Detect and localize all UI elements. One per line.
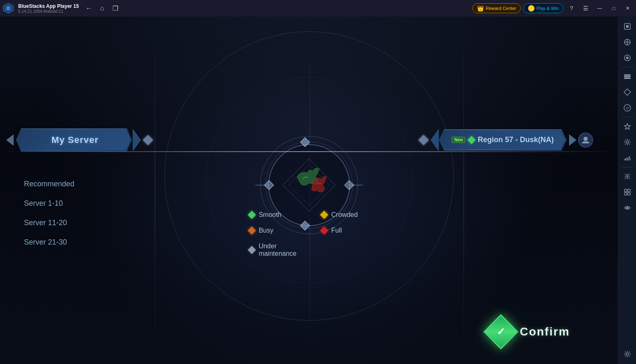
confirm-label: Confirm	[520, 325, 570, 338]
svg-point-9	[626, 57, 629, 59]
svg-rect-17	[624, 193, 627, 195]
light-beam-3	[463, 17, 464, 364]
sidebar-icon-7[interactable]	[620, 119, 635, 134]
legend-smooth: Smooth	[249, 211, 297, 219]
confirm-check-icon: ✓	[497, 326, 505, 338]
server-connector-diamond	[143, 135, 153, 145]
server-banner-arrow-right	[133, 128, 141, 152]
new-badge: New	[452, 137, 465, 143]
sidebar-divider-3	[622, 167, 633, 167]
help-button[interactable]: ?	[566, 2, 577, 14]
sidebar-icon-12[interactable]	[620, 200, 635, 215]
reward-center-button[interactable]: 👑 Reward Center	[472, 3, 521, 13]
app-info: BlueStacks App Player 15 5.14.21.1004 An…	[18, 3, 79, 14]
svg-point-34	[584, 137, 588, 141]
sidebar-icon-3[interactable]	[620, 50, 635, 65]
confirm-button[interactable]: ✓ Confirm	[482, 316, 576, 347]
busy-icon	[248, 226, 256, 235]
app-version: 5.14.21.1004 Android 11	[18, 9, 79, 14]
light-beam-1	[155, 17, 155, 364]
maintenance-label: Undermaintenance	[259, 243, 297, 257]
right-connector-diamond	[419, 135, 429, 145]
svg-rect-16	[628, 189, 630, 192]
my-server-button[interactable]: My Server	[6, 128, 155, 152]
legend: Smooth Crowded Busy Full Undermaintenanc…	[241, 203, 377, 266]
right-scroll-arrow[interactable]	[569, 134, 576, 146]
right-server-area: New Region 57 - Dusk(NA)	[417, 128, 593, 152]
my-server-label: My Server	[51, 135, 98, 145]
right-sidebar	[618, 17, 636, 364]
titlebar: B BlueStacks App Player 15 5.14.21.1004 …	[0, 0, 636, 17]
left-scroll-arrow[interactable]	[6, 134, 14, 146]
legend-full: Full	[322, 227, 369, 234]
svg-point-20	[626, 353, 629, 355]
home-button[interactable]: ⌂	[96, 2, 108, 14]
sidebar-icon-11[interactable]	[620, 185, 635, 200]
svg-point-14	[626, 141, 629, 143]
avatar-icon	[578, 133, 593, 148]
sidebar-divider-1	[622, 67, 633, 67]
bluestacks-logo: B	[0, 0, 17, 17]
back-button[interactable]: ←	[83, 2, 95, 14]
sidebar-divider-2	[622, 117, 633, 117]
sidebar-icon-settings[interactable]	[620, 347, 635, 362]
maximize-button[interactable]: □	[608, 2, 619, 14]
my-server-banner[interactable]: My Server	[16, 128, 132, 152]
titlebar-nav: ← ⌂ ❐	[83, 2, 121, 14]
legend-maintenance: Undermaintenance	[249, 243, 297, 257]
reward-center-label: Reward Center	[486, 6, 516, 11]
close-button[interactable]: ✕	[622, 2, 634, 14]
play-win-label: Play & Win	[536, 6, 559, 11]
server-group-1[interactable]: Server 1-10	[21, 197, 78, 209]
legend-crowded: Crowded	[322, 211, 369, 219]
sidebar-icon-8[interactable]	[620, 135, 635, 150]
right-banner-left-arrow	[431, 128, 439, 152]
region-server-button[interactable]: New Region 57 - Dusk(NA)	[439, 129, 567, 150]
game-area: My Server Recommended Server 1-10 Server…	[0, 17, 618, 364]
sidebar-icon-1[interactable]	[620, 19, 635, 34]
sidebar-icon-4[interactable]	[620, 69, 635, 84]
server-group-3[interactable]: Server 21-30	[21, 236, 78, 248]
region-status-diamond	[467, 136, 476, 144]
full-label: Full	[331, 227, 342, 234]
sidebar-icon-2[interactable]	[620, 35, 635, 50]
sidebar-icon-10[interactable]	[620, 169, 635, 184]
region-label: Region 57 - Dusk(NA)	[478, 136, 554, 144]
titlebar-right: 👑 Reward Center 🟡 Play & Win ? ☰ — □ ✕	[472, 2, 636, 14]
maintenance-icon	[248, 246, 256, 254]
busy-label: Busy	[259, 227, 274, 234]
server-group-2[interactable]: Server 11-20	[21, 217, 78, 229]
legend-busy: Busy	[249, 227, 297, 234]
sidebar-icon-6[interactable]	[620, 100, 635, 115]
sidebar-icon-9[interactable]	[620, 150, 635, 165]
smooth-icon	[248, 211, 256, 219]
smooth-label: Smooth	[259, 211, 281, 219]
svg-rect-12	[624, 78, 631, 79]
svg-text:B: B	[7, 6, 10, 11]
sidebar-icon-5[interactable]	[620, 85, 635, 100]
play-and-win-button[interactable]: 🟡 Play & Win	[523, 3, 563, 13]
svg-rect-15	[624, 189, 627, 192]
menu-button[interactable]: ☰	[580, 2, 591, 14]
recommended-item[interactable]: Recommended	[21, 178, 78, 190]
svg-rect-18	[628, 193, 630, 195]
svg-point-19	[626, 207, 628, 209]
full-icon	[320, 226, 329, 235]
left-nav: Recommended Server 1-10 Server 11-20 Ser…	[21, 178, 78, 248]
app-name: BlueStacks App Player 15	[18, 3, 79, 9]
minimize-button[interactable]: —	[594, 2, 605, 14]
crowded-label: Crowded	[331, 211, 358, 219]
svg-rect-10	[624, 74, 631, 76]
crowded-icon	[320, 211, 329, 219]
copy-button[interactable]: ❐	[110, 2, 121, 14]
svg-rect-4	[626, 25, 629, 28]
svg-rect-11	[624, 76, 631, 77]
confirm-diamond-icon: ✓	[483, 314, 518, 350]
